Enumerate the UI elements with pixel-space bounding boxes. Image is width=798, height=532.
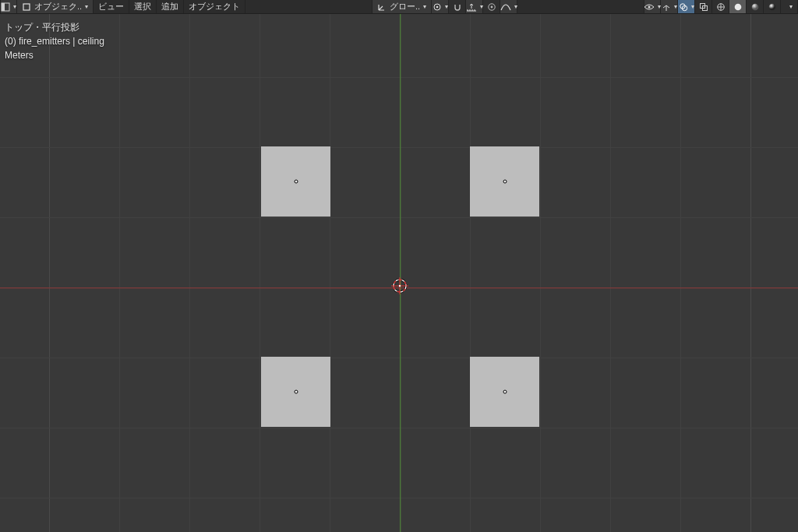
- proportional-edit-icon: [487, 2, 496, 12]
- svg-point-4: [436, 5, 438, 8]
- proportional-falloff-dropdown[interactable]: ▾: [500, 0, 517, 13]
- shading-solid-icon: [733, 2, 743, 12]
- menu-view[interactable]: ビュー: [94, 0, 129, 13]
- overlay-toggle[interactable]: ▾: [678, 0, 695, 13]
- svg-rect-1: [2, 3, 5, 11]
- chevron-down-icon: ▾: [445, 4, 448, 10]
- overlay-units: Meters: [5, 48, 104, 62]
- interaction-mode-label: オブジェク..: [34, 1, 82, 12]
- toolbar-left: ▾ オブジェク.. ▾ ビュー 選択 追加 オブジェクト: [0, 0, 245, 13]
- svg-point-15: [768, 3, 775, 10]
- toolbar-spacer: [245, 0, 372, 13]
- viewport-overlay-info: トップ・平行投影 (0) fire_emitters | ceiling Met…: [5, 20, 104, 62]
- svg-point-6: [490, 5, 493, 8]
- chevron-down-icon: ▾: [514, 4, 517, 10]
- gizmo-icon: [662, 2, 671, 12]
- visibility-dropdown[interactable]: ▾: [644, 0, 661, 13]
- interaction-mode-dropdown[interactable]: オブジェク.. ▾: [17, 0, 94, 13]
- gizmo-dropdown[interactable]: ▾: [661, 0, 678, 13]
- xray-icon: [699, 2, 708, 12]
- mesh-top-left-origin: [294, 180, 298, 184]
- chevron-down-icon: ▾: [789, 4, 793, 10]
- mesh-bottom-left-origin: [294, 390, 298, 394]
- mesh-bottom-right-origin: [503, 390, 507, 394]
- svg-rect-2: [23, 4, 30, 10]
- gridline-horizontal: [0, 217, 798, 218]
- transform-orientation-dropdown[interactable]: グロー.. ▾: [372, 0, 432, 13]
- svg-point-14: [751, 3, 758, 10]
- proportional-edit-toggle[interactable]: [483, 0, 500, 13]
- shading-rendered-icon: [768, 2, 777, 12]
- svg-point-7: [648, 5, 651, 8]
- gridline-vertical: [750, 14, 751, 532]
- chevron-down-icon: ▾: [423, 4, 426, 10]
- solid-shading-button[interactable]: [729, 0, 747, 13]
- shading-options-dropdown[interactable]: ▾: [781, 0, 798, 13]
- snap-toggle[interactable]: [449, 0, 466, 13]
- gridline-vertical: [119, 14, 120, 532]
- toolbar-right: ▾ ▾ ▾ ▾: [644, 0, 798, 13]
- chevron-down-icon: ▾: [674, 4, 677, 10]
- shading-wireframe-icon: [716, 2, 726, 12]
- falloff-icon: [500, 2, 511, 12]
- gridline-horizontal: [0, 428, 798, 428]
- mesh-top-right-origin: [503, 180, 507, 184]
- viewport-header: ▾ オブジェク.. ▾ ビュー 選択 追加 オブジェクト グロー.. ▾ ▾: [0, 0, 798, 14]
- menu-select-label: 選択: [134, 1, 151, 12]
- gridline-horizontal: [0, 358, 798, 358]
- gridline-vertical: [610, 14, 611, 532]
- gridline-horizontal: [0, 77, 798, 78]
- menu-view-label: ビュー: [98, 1, 124, 12]
- gridline-horizontal: [0, 498, 798, 499]
- toolbar-center: グロー.. ▾ ▾ ▾: [372, 0, 517, 13]
- matcap-shading-button[interactable]: [747, 0, 764, 13]
- toolbar-spacer-2: [517, 0, 644, 13]
- menu-select[interactable]: 選択: [129, 0, 157, 13]
- gridline-vertical: [189, 14, 190, 532]
- gridline-vertical: [470, 14, 471, 532]
- chevron-down-icon: ▾: [85, 4, 88, 10]
- snap-target-dropdown[interactable]: ▾: [466, 0, 483, 13]
- editor-type-dropdown[interactable]: ▾: [0, 0, 17, 13]
- gridline-horizontal: [0, 147, 798, 148]
- editor-type-icon: [1, 2, 10, 12]
- rendered-shading-button[interactable]: [764, 0, 781, 13]
- cursor-3d: [390, 277, 409, 295]
- chevron-down-icon: ▾: [13, 4, 16, 10]
- wireframe-shading-button[interactable]: [712, 0, 729, 13]
- shading-matcap-icon: [750, 2, 760, 12]
- visibility-icon: [644, 2, 655, 12]
- chevron-down-icon: ▾: [691, 4, 694, 10]
- viewport-canvas: [0, 14, 798, 532]
- transform-orientation-label: グロー..: [390, 1, 420, 12]
- pivot-icon: [433, 2, 442, 12]
- gridline-vertical: [540, 14, 541, 532]
- overlay-icon: [679, 2, 688, 12]
- xray-toggle[interactable]: [695, 0, 712, 13]
- axis-y: [401, 14, 401, 532]
- menu-add-label: 追加: [161, 1, 178, 12]
- viewport-3d[interactable]: トップ・平行投影 (0) fire_emitters | ceiling Met…: [0, 14, 798, 532]
- menu-object[interactable]: オブジェクト: [184, 0, 245, 13]
- menu-add[interactable]: 追加: [157, 0, 184, 13]
- chevron-down-icon: ▾: [480, 4, 483, 10]
- gridline-vertical: [680, 14, 681, 532]
- snap-target-icon: [466, 2, 477, 12]
- snap-icon: [453, 2, 462, 12]
- gridline-vertical: [49, 14, 50, 532]
- menu-object-label: オブジェクト: [189, 1, 240, 12]
- gridline-vertical: [330, 14, 330, 532]
- overlay-view-name: トップ・平行投影: [5, 20, 104, 34]
- object-mode-icon: [22, 2, 31, 12]
- svg-point-21: [399, 285, 401, 287]
- gridline-vertical: [260, 14, 260, 532]
- overlay-object-path: (0) fire_emitters | ceiling: [5, 34, 104, 48]
- transform-orientation-icon: [377, 2, 387, 12]
- pivot-dropdown[interactable]: ▾: [432, 0, 449, 13]
- svg-point-13: [734, 3, 741, 10]
